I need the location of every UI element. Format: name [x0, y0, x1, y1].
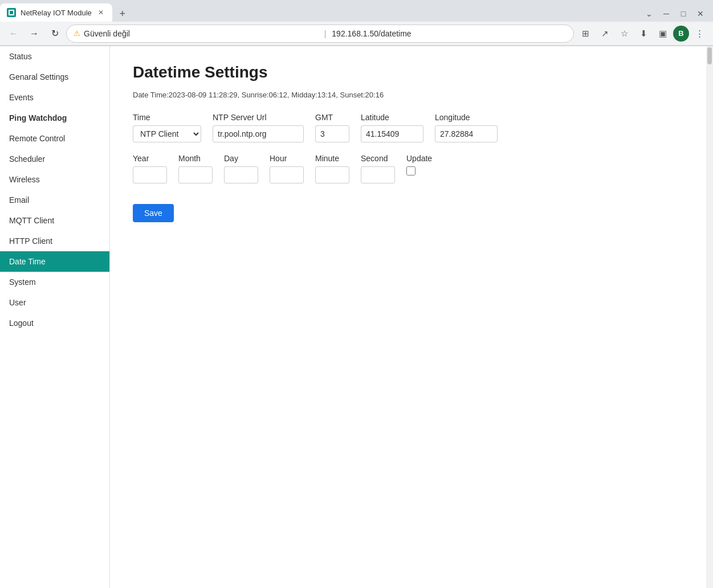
ntp-server-input[interactable] — [213, 125, 304, 142]
address-warning-text: Güvenli değil — [84, 29, 319, 38]
window-minimize-button[interactable]: ─ — [658, 6, 674, 22]
longitude-label: Longitude — [435, 113, 498, 122]
tab-bar: NetRelay IOT Module ✕ + ⌄ ─ □ ✕ — [0, 0, 713, 22]
nav-actions: ⊞ ↗ ☆ ⬇ ▣ B ⋮ — [576, 24, 708, 43]
tab-bar-controls: ⌄ ─ □ ✕ — [641, 6, 713, 22]
longitude-group: Longitude — [435, 113, 498, 142]
time-label: Time — [133, 113, 201, 122]
second-label: Second — [361, 154, 395, 163]
year-label: Year — [133, 154, 167, 163]
sidebar-item-mqtt-client[interactable]: MQTT Client — [0, 210, 109, 231]
browser-chrome: NetRelay IOT Module ✕ + ⌄ ─ □ ✕ ← → ↻ ⚠ … — [0, 0, 713, 46]
tab-close-button[interactable]: ✕ — [96, 8, 105, 17]
sidebar-button[interactable]: ▣ — [654, 24, 672, 43]
form-row-1: Time NTP Client Manual NTP Server Url GM… — [133, 113, 683, 142]
minute-input[interactable] — [315, 166, 349, 183]
day-group: Day — [224, 154, 258, 183]
refresh-button[interactable]: ↻ — [46, 24, 64, 43]
datetime-info: Date Time:2023-08-09 11:28:29, Sunrise:0… — [133, 91, 683, 99]
page-title: Datetime Settings — [133, 63, 683, 81]
hour-group: Hour — [270, 154, 304, 183]
tab-title: NetRelay IOT Module — [21, 9, 92, 17]
update-label: Update — [406, 154, 432, 163]
sidebar-item-wireless[interactable]: Wireless — [0, 169, 109, 190]
share-button[interactable]: ↗ — [596, 24, 614, 43]
sidebar-item-status[interactable]: Status — [0, 46, 109, 67]
time-select[interactable]: NTP Client Manual — [133, 125, 201, 142]
back-button[interactable]: ← — [5, 24, 23, 43]
form-row-2: Year Month Day Hour Minute Second — [133, 154, 683, 183]
time-group: Time NTP Client Manual — [133, 113, 201, 142]
forward-button[interactable]: → — [25, 24, 43, 43]
second-group: Second — [361, 154, 395, 183]
year-input[interactable] — [133, 166, 167, 183]
sidebar-item-date-time[interactable]: Date Time — [0, 251, 109, 272]
app-container: Status Genaral Settings Events Ping Watc… — [0, 46, 713, 588]
profile-button[interactable]: B — [673, 26, 689, 42]
address-url: 192.168.1.50/datetime — [332, 29, 567, 38]
sidebar-item-system[interactable]: System — [0, 272, 109, 292]
ntp-server-label: NTP Server Url — [213, 113, 304, 122]
save-button[interactable]: Save — [133, 204, 174, 222]
sidebar-item-general-settings[interactable]: Genaral Settings — [0, 67, 109, 87]
minute-group: Minute — [315, 154, 349, 183]
tab-favicon — [7, 8, 16, 17]
gmt-label: GMT — [315, 113, 349, 122]
active-tab[interactable]: NetRelay IOT Module ✕ — [0, 3, 112, 22]
sidebar-item-scheduler[interactable]: Scheduler — [0, 149, 109, 169]
window-close-button[interactable]: ✕ — [692, 6, 708, 22]
new-tab-button[interactable]: + — [115, 6, 131, 22]
year-group: Year — [133, 154, 167, 183]
minute-label: Minute — [315, 154, 349, 163]
month-label: Month — [178, 154, 213, 163]
update-checkbox[interactable] — [406, 166, 415, 175]
second-input[interactable] — [361, 166, 395, 183]
ntp-server-group: NTP Server Url — [213, 113, 304, 142]
security-warning-icon: ⚠ — [74, 29, 80, 38]
translate-button[interactable]: ⊞ — [576, 24, 594, 43]
gmt-group: GMT — [315, 113, 349, 142]
day-input[interactable] — [224, 166, 258, 183]
latitude-label: Latitude — [361, 113, 423, 122]
sidebar-item-ping-watchdog[interactable]: Ping Watchdog — [0, 108, 109, 128]
update-group: Update — [406, 154, 432, 175]
hour-label: Hour — [270, 154, 304, 163]
minimize-tabs-button[interactable]: ⌄ — [641, 6, 657, 22]
window-restore-button[interactable]: □ — [675, 6, 691, 22]
address-separator: | — [324, 29, 327, 38]
menu-button[interactable]: ⋮ — [690, 24, 708, 43]
sidebar-item-events[interactable]: Events — [0, 87, 109, 108]
hour-input[interactable] — [270, 166, 304, 183]
scrollbar-thumb[interactable] — [707, 47, 712, 64]
month-input[interactable] — [178, 166, 213, 183]
main-content: Datetime Settings Date Time:2023-08-09 1… — [110, 46, 706, 588]
address-bar[interactable]: ⚠ Güvenli değil | 192.168.1.50/datetime — [66, 24, 574, 43]
sidebar: Status Genaral Settings Events Ping Watc… — [0, 46, 110, 588]
sidebar-item-logout[interactable]: Logout — [0, 313, 109, 333]
scrollbar-track[interactable] — [706, 46, 713, 588]
month-group: Month — [178, 154, 213, 183]
download-button[interactable]: ⬇ — [634, 24, 653, 43]
gmt-input[interactable] — [315, 125, 349, 142]
longitude-input[interactable] — [435, 125, 498, 142]
day-label: Day — [224, 154, 258, 163]
sidebar-item-remote-control[interactable]: Remote Control — [0, 128, 109, 149]
latitude-group: Latitude — [361, 113, 423, 142]
nav-bar: ← → ↻ ⚠ Güvenli değil | 192.168.1.50/dat… — [0, 22, 713, 46]
sidebar-item-email[interactable]: Email — [0, 190, 109, 210]
sidebar-item-http-client[interactable]: HTTP Client — [0, 231, 109, 251]
bookmark-button[interactable]: ☆ — [615, 24, 633, 43]
sidebar-item-user[interactable]: User — [0, 292, 109, 313]
latitude-input[interactable] — [361, 125, 423, 142]
